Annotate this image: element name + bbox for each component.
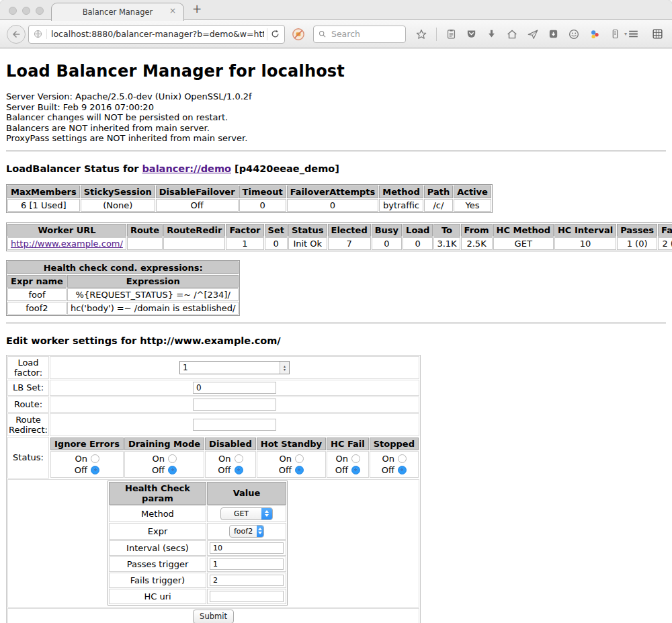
server-info: Server Version: Apache/2.5.0-dev (Unix) …: [6, 91, 666, 144]
col-route: Route: [127, 224, 163, 237]
cell-from: 2.5K: [461, 237, 493, 250]
send-icon[interactable]: [527, 28, 539, 40]
lb-set-label: LB Set:: [7, 380, 49, 396]
reading-list-icon[interactable]: [446, 28, 457, 40]
expr-select[interactable]: foof2: [229, 525, 264, 538]
load-factor-value[interactable]: 1: [180, 362, 280, 374]
hc-uri-label: HC uri: [109, 589, 206, 604]
tiles-icon[interactable]: [651, 28, 664, 40]
search-input[interactable]: [330, 28, 390, 40]
expr-name: foof2: [7, 302, 67, 315]
pocket-icon[interactable]: [466, 28, 477, 40]
expr-table-title: Health check cond. expressions:: [7, 261, 239, 274]
radio-ignore-errors-on[interactable]: [91, 454, 99, 463]
radio-disabled-on[interactable]: [235, 454, 243, 463]
lb-set-input[interactable]: [193, 382, 276, 394]
health-check-row: Health Check param Value Method GET: [7, 479, 419, 608]
radio-on-label: On: [75, 454, 87, 463]
col-timeout: Timeout: [239, 185, 286, 198]
status-header-row: Ignore Errors Draining Mode Disabled Hot…: [50, 438, 419, 450]
home-icon[interactable]: [506, 28, 518, 40]
url-bar[interactable]: localhost:8880/balancer-manager?b=demo&w…: [28, 25, 285, 44]
search-box[interactable]: [313, 26, 406, 43]
cell-method: bytraffic: [379, 199, 423, 212]
hc-uri-input[interactable]: [210, 591, 284, 602]
col-set: Set: [265, 224, 288, 237]
balancer-demo-link[interactable]: balancer://demo: [142, 163, 231, 174]
radio-on-label: On: [218, 454, 230, 463]
cell-timeout: 0: [239, 199, 286, 212]
cell-active: Yes: [454, 199, 491, 212]
toolbar-buttons: ▾: [415, 28, 627, 41]
hc-fails-label: Fails trigger): [109, 573, 206, 588]
balancer-status-table: MaxMembers StickySession DisableFailover…: [6, 184, 493, 213]
download-icon[interactable]: [486, 28, 497, 40]
save-page-icon[interactable]: [548, 28, 559, 40]
method-select[interactable]: GET: [220, 507, 273, 520]
browser-window: Balancer Manager × + localhost:8880/bala…: [0, 0, 672, 623]
globe-icon[interactable]: [33, 29, 47, 39]
route-redirect-input[interactable]: [193, 419, 276, 431]
radio-stopped-on[interactable]: [398, 454, 407, 463]
radio-hot-standby-off[interactable]: [295, 466, 304, 474]
col-routeredir: RouteRedir: [163, 224, 225, 237]
expr-header-row: Expr name Expression: [7, 275, 239, 288]
cell-fails: 2 (0): [658, 237, 672, 250]
url-text[interactable]: localhost:8880/balancer-manager?b=demo&w…: [47, 29, 264, 39]
menu-icon[interactable]: [627, 28, 640, 40]
zoom-window-icon[interactable]: [36, 7, 44, 15]
blocked-plugin-icon[interactable]: [292, 28, 305, 41]
spinner-icon[interactable]: ▴▾: [280, 362, 289, 374]
load-factor-stepper[interactable]: 1 ▴▾: [179, 361, 290, 374]
method-select-value: GET: [221, 509, 261, 518]
route-redirect-label: Route Redirect:: [7, 413, 49, 436]
radio-draining-mode-on[interactable]: [168, 454, 177, 463]
bookmark-star-icon[interactable]: [415, 28, 427, 40]
new-tab-button[interactable]: +: [192, 2, 202, 15]
expr-value: %{REQUEST_STATUS} =~ /^[234]/: [67, 288, 239, 301]
expr-title-row: Health check cond. expressions:: [7, 261, 239, 274]
hc-fails-input[interactable]: [210, 575, 284, 586]
hc-passes-input[interactable]: [210, 558, 284, 570]
col-expr-name: Expr name: [7, 275, 67, 288]
back-icon: [11, 29, 22, 40]
search-icon: [318, 30, 327, 38]
cell-status: Init Ok: [288, 237, 327, 250]
worker-url-link[interactable]: http://www.example.com/: [11, 239, 123, 249]
url-divider: [267, 28, 267, 40]
radio-ignore-errors-off[interactable]: [91, 466, 99, 474]
tab-title: Balancer Manager: [83, 7, 153, 17]
server-built-line: Server Built: Feb 9 2016 07:00:20: [6, 102, 666, 113]
route-redirect-row: Route Redirect:: [7, 413, 419, 436]
cell-hc-method: GET: [493, 237, 554, 250]
chat-icon[interactable]: [568, 28, 580, 40]
radio-hot-standby-on[interactable]: [295, 454, 304, 463]
radio-disabled-off[interactable]: [235, 466, 243, 474]
col-hc-value: Value: [207, 482, 286, 505]
submit-button[interactable]: Submit: [193, 610, 234, 623]
minimize-window-icon[interactable]: [22, 7, 30, 15]
radio-stopped-off[interactable]: [398, 466, 407, 474]
cell-path: /c/: [424, 199, 453, 212]
col-hc-interval: HC Interval: [554, 224, 616, 237]
close-window-icon[interactable]: [9, 7, 17, 15]
back-button[interactable]: [7, 25, 26, 44]
sidebar-icon[interactable]: [610, 28, 621, 40]
radio-draining-mode-off[interactable]: [168, 466, 177, 474]
radio-off-label: Off: [382, 466, 394, 474]
route-input[interactable]: [193, 399, 276, 411]
col-disabled: Disabled: [205, 438, 256, 450]
hc-interval-input[interactable]: [210, 542, 284, 554]
reload-icon[interactable]: [270, 29, 280, 39]
radio-hc-fail-off[interactable]: [351, 466, 360, 474]
tab-balancer-manager[interactable]: Balancer Manager ×: [51, 3, 184, 21]
col-fails: Fails: [658, 224, 672, 237]
tab-close-icon[interactable]: ×: [169, 7, 176, 15]
col-stopped: Stopped: [370, 438, 419, 450]
radio-hc-fail-on[interactable]: [351, 454, 360, 463]
col-worker-url: Worker URL: [7, 224, 126, 237]
edit-worker-heading: Edit worker settings for http://www.exam…: [6, 335, 666, 346]
health-check-expressions-table: Health check cond. expressions: Expr nam…: [6, 260, 240, 316]
radio-off-label: Off: [335, 466, 348, 474]
colored-dots-icon[interactable]: [589, 28, 601, 40]
